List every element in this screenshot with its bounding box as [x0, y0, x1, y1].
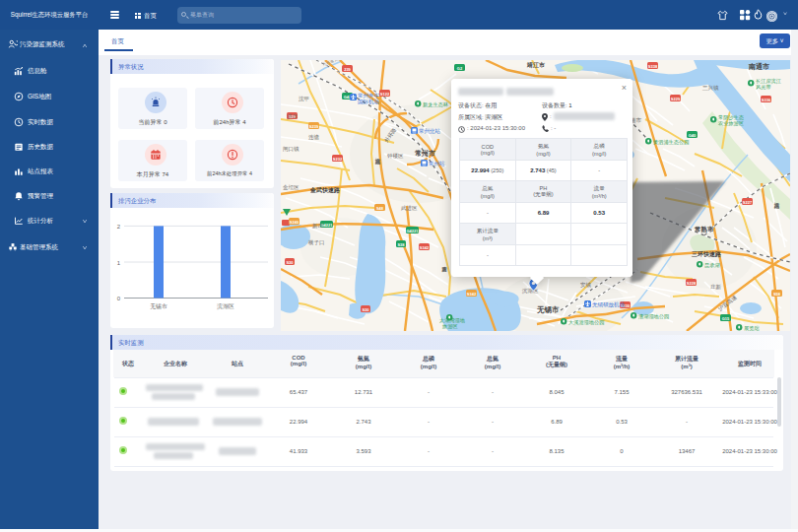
svg-text:G15: G15 [722, 316, 730, 321]
svg-text:连塘: 连塘 [308, 134, 320, 141]
svg-text:S48: S48 [376, 206, 384, 211]
svg-text:金坛区: 金坛区 [283, 184, 299, 190]
svg-text:农业旅游区: 农业旅游区 [718, 120, 744, 127]
svg-text:武进区: 武进区 [401, 205, 418, 212]
svg-text:S38: S38 [397, 242, 405, 247]
svg-text:三兴镇: 三兴镇 [702, 85, 719, 91]
svg-text:无锡硕放机场: 无锡硕放机场 [592, 301, 625, 308]
svg-text:展览馆: 展览馆 [744, 325, 760, 331]
svg-text:2: 2 [117, 224, 121, 230]
svg-text:G2: G2 [457, 66, 463, 71]
svg-text:S342: S342 [467, 292, 477, 297]
svg-text:S342: S342 [420, 245, 430, 250]
svg-text:滨湖区: 滨湖区 [522, 288, 539, 295]
svg-text:靖江市: 靖江市 [526, 61, 545, 69]
svg-text:无锡市: 无锡市 [536, 305, 560, 314]
svg-text:G4221: G4221 [406, 229, 419, 233]
svg-text:黄泗浦生态公园: 黄泗浦生态公园 [653, 139, 689, 146]
svg-text:洪庄: 洪庄 [287, 113, 299, 120]
svg-text:无锡市: 无锡市 [150, 302, 167, 310]
svg-text:S30: S30 [362, 307, 369, 312]
svg-text:国际机场: 国际机场 [358, 99, 379, 105]
svg-text:S228: S228 [687, 281, 697, 286]
svg-text:S336: S336 [762, 98, 771, 102]
svg-text:G40: G40 [689, 133, 697, 138]
svg-text:S227: S227 [743, 200, 753, 205]
svg-text:三环快速路: 三环快速路 [692, 250, 722, 258]
svg-text:S239: S239 [309, 124, 319, 129]
svg-text:S240: S240 [290, 220, 299, 225]
svg-text:庄新: 庄新 [710, 284, 722, 290]
svg-text:南通市: 南通市 [748, 62, 769, 71]
svg-text:漕湖湿地公园: 漕湖湿地公园 [638, 313, 669, 320]
svg-text:239: 239 [344, 67, 351, 72]
svg-text:滨湖区: 滨湖区 [217, 302, 234, 310]
svg-text:沈甲: 沈甲 [299, 96, 309, 102]
svg-text:大溪港湿地公园: 大溪港湿地公园 [568, 319, 604, 326]
svg-text:常州北站: 常州北站 [419, 128, 441, 135]
svg-text:常州站: 常州站 [429, 161, 445, 166]
svg-text:S58: S58 [773, 292, 781, 297]
svg-text:1: 1 [117, 260, 121, 266]
svg-text:S229: S229 [671, 97, 681, 101]
svg-text:金武快速路: 金武快速路 [309, 186, 341, 194]
svg-text:0: 0 [117, 296, 121, 301]
svg-text:S30: S30 [286, 260, 294, 265]
svg-text:S232: S232 [333, 157, 343, 162]
svg-text:常熟市: 常熟市 [695, 226, 714, 233]
svg-text:横子口: 横子口 [308, 239, 325, 246]
svg-text:风光带: 风光带 [756, 84, 771, 91]
svg-text:安镇: 安镇 [580, 282, 592, 288]
svg-text:常州市: 常州市 [415, 149, 435, 158]
svg-text:沪蓉高速: 沪蓉高速 [442, 266, 447, 273]
svg-text:S122: S122 [380, 92, 390, 97]
svg-text:S338: S338 [648, 64, 658, 69]
svg-text:闸口镇: 闸口镇 [283, 146, 299, 153]
svg-text:新龙生态林: 新龙生态林 [423, 101, 449, 107]
svg-text:钟楼区: 钟楼区 [386, 153, 404, 159]
svg-text:新庄: 新庄 [312, 223, 324, 229]
svg-text:昆承湖: 昆承湖 [704, 262, 720, 269]
svg-text:旅游区: 旅游区 [441, 323, 458, 330]
